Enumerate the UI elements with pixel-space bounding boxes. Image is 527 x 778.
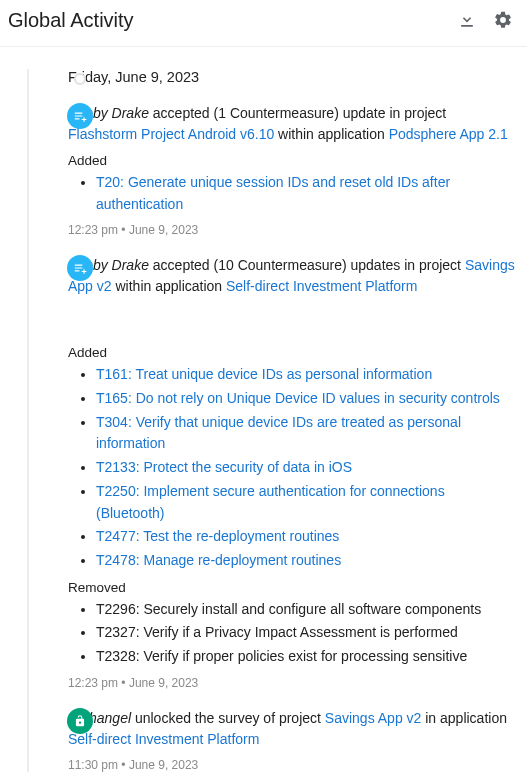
app-link[interactable]: Self-direct Investment Platform: [226, 278, 417, 294]
list-item[interactable]: T304: Verify that unique device IDs are …: [96, 412, 515, 455]
date-row: Friday, June 9, 2023: [52, 69, 515, 85]
timeline-line: [27, 69, 29, 772]
download-icon[interactable]: [455, 8, 479, 32]
list-item[interactable]: T2133: Protect the security of data in i…: [96, 457, 515, 479]
activity-summary: Bobby Drake accepted (1 Countermeasure) …: [68, 103, 515, 145]
timestamp: 12:23 pm • June 9, 2023: [68, 676, 515, 690]
timeline: Friday, June 9, 2023 Bobby Drake accepte…: [0, 47, 527, 772]
list-item[interactable]: T165: Do not rely on Unique Device ID va…: [96, 388, 515, 410]
list-item: T2328: Verify if proper policies exist f…: [96, 646, 515, 668]
activity-summary: Bobby Drake accepted (10 Countermeasure)…: [68, 255, 515, 297]
removed-list: T2296: Securely install and configure al…: [68, 599, 515, 668]
activity-item: Bobby Drake accepted (1 Countermeasure) …: [52, 103, 515, 237]
activity-summary: Archangel unlocked the survey of project…: [68, 708, 515, 750]
unlock-icon: [67, 708, 93, 734]
added-list: T20: Generate unique session IDs and res…: [68, 172, 515, 215]
activity-item: Bobby Drake accepted (10 Countermeasure)…: [52, 255, 515, 689]
added-list: T161: Treat unique device IDs as persona…: [68, 364, 515, 571]
list-plus-icon: [67, 103, 93, 129]
header: Global Activity: [0, 0, 527, 47]
list-item[interactable]: T161: Treat unique device IDs as persona…: [96, 364, 515, 386]
list-item[interactable]: T2478: Manage re-deployment routines: [96, 550, 515, 572]
date-header: Friday, June 9, 2023: [52, 69, 515, 85]
list-item[interactable]: T2250: Implement secure authentication f…: [96, 481, 515, 524]
project-link[interactable]: Flashstorm Project Android v6.10: [68, 126, 274, 142]
settings-icon[interactable]: [491, 8, 515, 32]
list-item[interactable]: T2477: Test the re-deployment routines: [96, 526, 515, 548]
date-marker: [74, 73, 86, 85]
app-link[interactable]: Self-direct Investment Platform: [68, 731, 259, 747]
timestamp: 11:30 pm • June 9, 2023: [68, 758, 515, 772]
app-link[interactable]: Podsphere App 2.1: [389, 126, 508, 142]
added-label: Added: [68, 345, 515, 360]
removed-label: Removed: [68, 580, 515, 595]
added-label: Added: [68, 153, 515, 168]
page-title: Global Activity: [8, 9, 443, 32]
list-item: T2296: Securely install and configure al…: [96, 599, 515, 621]
project-link[interactable]: Savings App v2: [325, 710, 422, 726]
activity-item: Archangel unlocked the survey of project…: [52, 708, 515, 772]
timestamp: 12:23 pm • June 9, 2023: [68, 223, 515, 237]
list-item[interactable]: T20: Generate unique session IDs and res…: [96, 172, 515, 215]
list-item: T2327: Verify if a Privacy Impact Assess…: [96, 622, 515, 644]
